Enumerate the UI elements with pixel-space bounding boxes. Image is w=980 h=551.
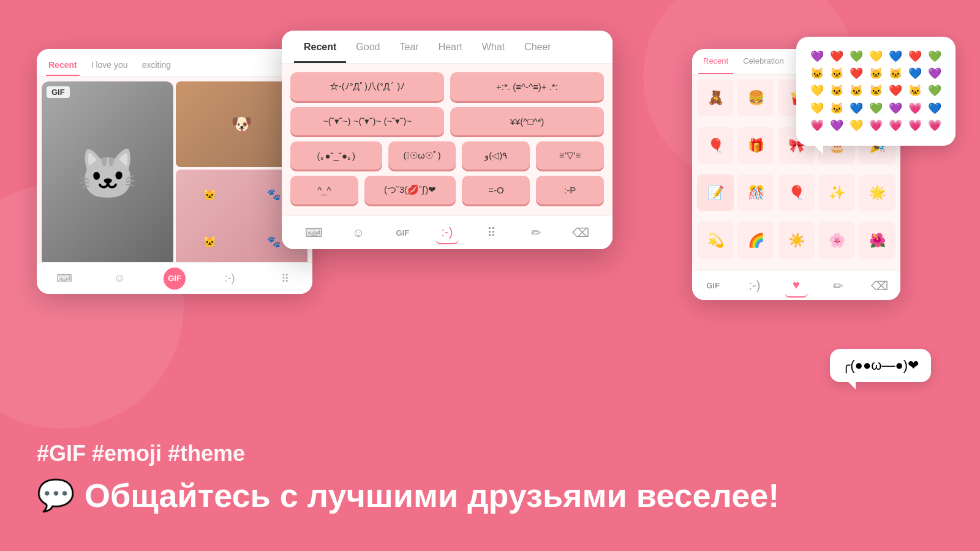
gif-main-item[interactable]: 🐱 GIF: [42, 81, 173, 268]
left-tabs: Recent I love you exciting: [37, 49, 312, 77]
left-toolbar: ⌨ ☺ GIF :-) ⠿: [37, 262, 312, 294]
heart-cell-11: 🐱: [867, 66, 885, 81]
grid-icon[interactable]: ⠿: [274, 268, 296, 290]
sticker-cell-11[interactable]: 📝: [697, 174, 734, 211]
heart-cell-13: 💙: [906, 66, 924, 81]
bottom-section: #GIF #emoji #theme 💬 Общайтесь с лучшими…: [37, 441, 943, 514]
sticker-cell-12[interactable]: 🎊: [737, 174, 774, 211]
center-emoticon-panel: Recent Good Tear Heart What Cheer ☆-(ﾉ°Д…: [282, 31, 612, 249]
right-delete-icon[interactable]: ⌫: [868, 274, 891, 298]
heart-cell-25: 💚: [867, 101, 885, 116]
gif-icon[interactable]: GIF: [164, 268, 186, 290]
center-grid-icon[interactable]: ⠿: [480, 221, 503, 244]
left-tab-exciting[interactable]: exciting: [140, 55, 173, 76]
emoticon-icon[interactable]: :-): [219, 268, 241, 290]
right-heart-icon[interactable]: ♥: [785, 274, 808, 298]
emoticon-btn-10[interactable]: (つ˘3(💋˘ʃ)❤: [364, 176, 456, 204]
heart-cell-32: 💗: [867, 118, 885, 133]
heart-cell-18: 🐱: [867, 83, 885, 99]
bubble-tail: [815, 146, 823, 154]
center-toolbar: ⌨ ☺ GIF :-) ⠿ ✏ ⌫: [282, 216, 612, 249]
chat-bubble-icon: 💬: [37, 478, 75, 513]
sticker-cell-2[interactable]: 🍔: [737, 80, 774, 116]
sticker-cell-13[interactable]: 🎈: [778, 174, 815, 211]
gif-grid: 🐱 GIF 🐶 🐱 🐾 🐱 🐾: [37, 77, 312, 272]
sticker-cell-14[interactable]: ✨: [818, 174, 855, 211]
heart-cell-12: 🐱: [886, 66, 904, 81]
heart-cell-2: ❤️: [828, 49, 846, 64]
center-tabs: Recent Good Tear Heart What Cheer: [282, 31, 612, 64]
left-tab-recent[interactable]: Recent: [46, 55, 80, 76]
heart-cell-30: 💜: [828, 118, 846, 133]
heart-cell-33: 💗: [886, 118, 904, 133]
emoticon-btn-2[interactable]: +:*. (≡^-^≡)+ .*:: [450, 72, 604, 101]
center-keyboard-icon[interactable]: ⌨: [302, 221, 325, 244]
center-tab-what[interactable]: What: [472, 31, 514, 63]
bottom-bubble-text: ╭(●●ω—●)❤: [842, 358, 919, 373]
center-gif-icon[interactable]: GIF: [391, 221, 414, 244]
heart-grid: 💜 ❤️ 💚 💛 💙 ❤️ 💚 🐱 🐱 ❤️ 🐱 🐱 💙 💜 💛 🐱 🐱 🐱 ❤…: [809, 49, 943, 133]
heart-cell-8: 🐱: [809, 66, 826, 81]
left-tab-iloveyou[interactable]: I love you: [89, 55, 130, 76]
emoticon-btn-8[interactable]: ≡'▽'≡: [536, 141, 604, 170]
emoticon-btn-4[interactable]: ¥¥(^□^*): [450, 107, 604, 135]
right-emoticon-icon[interactable]: :-): [743, 274, 766, 298]
bottom-speech-bubble: ╭(●●ω—●)❤: [830, 349, 931, 382]
right-panel-toolbar: GIF :-) ♥ ✏ ⌫: [692, 271, 900, 300]
sticker-cell-19[interactable]: 🌸: [818, 222, 855, 259]
emoticon-btn-5[interactable]: (｡●˘_˘●｡): [290, 141, 382, 170]
center-pencil-icon[interactable]: ✏: [524, 221, 548, 244]
hashtags-text: #GIF #emoji #theme: [37, 441, 943, 467]
keyboard-icon[interactable]: ⌨: [53, 268, 75, 290]
right-tab-celebration[interactable]: Celebration: [738, 49, 789, 74]
sticker-cell-6[interactable]: 🎈: [697, 127, 734, 164]
heart-cell-6: ❤️: [906, 49, 924, 64]
heart-cell-29: 💗: [809, 118, 826, 133]
heart-cell-21: 💚: [925, 83, 943, 99]
right-pencil-icon[interactable]: ✏: [826, 274, 850, 298]
heart-cell-28: 💙: [925, 101, 943, 116]
center-tab-good[interactable]: Good: [346, 31, 390, 63]
heart-cell-7: 💚: [925, 49, 943, 64]
sticker-cell-7[interactable]: 🎁: [737, 127, 774, 164]
center-tab-tear[interactable]: Tear: [390, 31, 429, 63]
heart-cell-19: ❤️: [886, 83, 904, 99]
sticker-cell-16[interactable]: 💫: [697, 222, 734, 259]
emoticon-buttons-grid: ☆-(ﾉ°Дﾟ)八(°Дˊ )ﾉ +:*. (≡^-^≡)+ .*: ~(˘▾˘…: [282, 64, 612, 213]
emoticon-row-4: ^_^ (つ˘3(💋˘ʃ)❤ =-O :-P: [290, 176, 604, 204]
heart-cell-17: 🐱: [848, 83, 865, 99]
emoticon-btn-7[interactable]: ٩(◁)و: [462, 141, 530, 170]
heart-cell-1: 💜: [809, 49, 826, 64]
heart-cell-31: 💛: [848, 118, 865, 133]
heart-cell-4: 💛: [867, 49, 885, 64]
heart-cell-23: 🐱: [828, 101, 846, 116]
emoji-icon[interactable]: ☺: [108, 268, 130, 290]
russian-slogan: Общайтесь с лучшими друзьями веселее!: [85, 476, 779, 514]
emoticon-row-2: ~(˘▾˘~) ~(˘▾˘)~ (~˘▾˘)~ ¥¥(^□^*): [290, 107, 604, 135]
center-tab-heart[interactable]: Heart: [429, 31, 472, 63]
sticker-cell-18[interactable]: ☀️: [778, 222, 815, 259]
sticker-cell-20[interactable]: 🌺: [859, 222, 895, 259]
sticker-cell-15[interactable]: 🌟: [859, 174, 895, 211]
sticker-cell-17[interactable]: 🌈: [737, 222, 774, 259]
emoticon-btn-3[interactable]: ~(˘▾˘~) ~(˘▾˘)~ (~˘▾˘)~: [290, 107, 444, 135]
emoticon-btn-9[interactable]: ^_^: [290, 176, 358, 204]
center-emoticon-icon[interactable]: :-): [435, 221, 459, 244]
emoticon-btn-12[interactable]: :-P: [536, 176, 604, 204]
center-tab-cheer[interactable]: Cheer: [514, 31, 561, 63]
center-emoji-icon[interactable]: ☺: [347, 221, 370, 244]
left-keyboard-panel: Recent I love you exciting 🐱 GIF 🐶 🐱 🐾 🐱…: [37, 49, 312, 294]
heart-cell-14: 💜: [925, 66, 943, 81]
center-tab-recent[interactable]: Recent: [294, 31, 346, 63]
center-delete-icon[interactable]: ⌫: [569, 221, 592, 244]
emoticon-row-3: (｡●˘_˘●｡) (ﾟ☉ω☉ﾟ) ٩(◁)و ≡'▽'≡: [290, 141, 604, 170]
sticker-cell-1[interactable]: 🧸: [697, 80, 734, 116]
heart-cell-16: 🐱: [828, 83, 846, 99]
emoticon-btn-6[interactable]: (ﾟ☉ω☉ﾟ): [388, 141, 456, 170]
heart-cell-15: 💛: [809, 83, 826, 99]
heart-cell-27: 💗: [906, 101, 924, 116]
emoticon-btn-1[interactable]: ☆-(ﾉ°Дﾟ)八(°Дˊ )ﾉ: [290, 72, 444, 101]
right-tab-recent[interactable]: Recent: [698, 49, 733, 74]
right-gif-icon[interactable]: GIF: [701, 274, 725, 298]
emoticon-btn-11[interactable]: =-O: [462, 176, 530, 204]
